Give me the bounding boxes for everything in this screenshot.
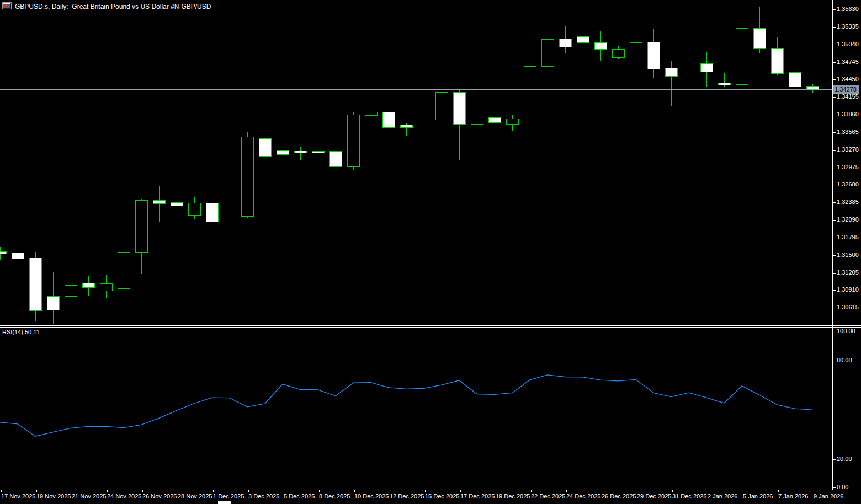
time-tick-label: 2 Jan 2026 [708, 493, 737, 500]
price-tick-label: 1.35040 [837, 41, 859, 47]
price-tick-label: 1.34450 [837, 76, 859, 82]
price-tick [832, 62, 836, 63]
price-tick-label: 1.32680 [837, 181, 859, 187]
candle-body-bear [453, 92, 465, 124]
price-tick [832, 27, 836, 28]
candle-body-bull [188, 203, 200, 215]
time-tick-label: 21 Nov 2025 [72, 493, 106, 500]
rsi-tick-label: 100.00 [837, 328, 855, 334]
price-tick [832, 9, 836, 10]
price-tick [832, 273, 836, 274]
price-tick [832, 255, 836, 256]
candle-body-bear [206, 203, 218, 222]
time-tick [390, 490, 390, 492]
time-tick-label: 29 Dec 2025 [637, 493, 671, 500]
price-tick [832, 132, 836, 133]
time-tick [531, 490, 532, 492]
time-tick [460, 490, 461, 492]
candle-body-bull [612, 49, 624, 57]
price-tick [832, 97, 836, 98]
price-axis-line [832, 0, 833, 490]
candle-body-bear [259, 138, 271, 156]
rsi-tick [832, 361, 836, 361]
time-tick [496, 490, 496, 492]
price-tick-label: 1.34155 [837, 93, 859, 100]
time-tick [178, 490, 178, 492]
price-tick-label: 1.30615 [837, 304, 859, 310]
time-tick [672, 490, 673, 492]
candle-body-bear [312, 151, 324, 153]
candle-body-bear [382, 112, 395, 127]
time-tick [107, 490, 108, 492]
candle-body-bear [400, 125, 412, 127]
time-tick-label: 7 Jan 2026 [778, 493, 808, 500]
candle-body-bull [471, 117, 483, 124]
time-tick [814, 490, 814, 492]
time-tick [248, 490, 249, 492]
price-tick [832, 308, 836, 308]
price-tick [832, 238, 836, 238]
candle-body-bear [559, 39, 571, 47]
candle-body-bull [100, 283, 112, 291]
candle-body-bear [153, 200, 165, 203]
candle-body-bear [171, 202, 183, 206]
time-tick-label: 10 Dec 2025 [354, 493, 389, 500]
price-tick-label: 1.34745 [837, 58, 859, 65]
price-tick [832, 168, 836, 168]
candle-body-bear [700, 63, 713, 72]
candlestick-chart[interactable] [0, 0, 832, 325]
candle-body-bull [736, 28, 748, 84]
candle-body-bear [0, 251, 6, 254]
time-tick [213, 490, 214, 492]
time-tick-label: 26 Nov 2025 [142, 493, 177, 500]
chart-title-bar: GBPUSD.s, Daily: Great Britain Pound vs … [0, 0, 861, 12]
scrollbar-thumb[interactable] [218, 501, 231, 504]
candle-body-bull [541, 39, 554, 66]
candle-body-bear [12, 253, 24, 259]
candle-body-bear [29, 258, 41, 310]
candle-body-bear [47, 296, 59, 310]
candle-body-bear [488, 117, 501, 122]
time-tick [319, 490, 320, 492]
candle-body-bull [683, 63, 695, 76]
price-tick-label: 1.32975 [837, 164, 859, 170]
candle-body-bear [294, 151, 306, 153]
price-tick [832, 79, 836, 80]
time-tick-label: 19 Nov 2025 [36, 493, 71, 500]
price-tick [832, 290, 836, 291]
price-tick-label: 1.35335 [837, 23, 859, 30]
time-axis-line [0, 490, 861, 490]
candle-body-bear [753, 28, 766, 48]
current-price-tag: 1.34278 [833, 85, 859, 94]
time-tick-label: 3 Dec 2025 [248, 493, 279, 500]
rsi-tick-label: 80.00 [837, 357, 852, 363]
chart-title: GBPUSD.s, Daily: Great Britain Pound vs … [15, 3, 211, 10]
candle-body-bear [789, 72, 801, 87]
time-tick [1, 490, 2, 492]
time-tick-label: 12 Dec 2025 [390, 493, 424, 500]
time-tick [566, 490, 567, 492]
price-tick [832, 202, 836, 203]
candle-body-bull [347, 115, 359, 166]
time-tick [284, 490, 284, 492]
time-tick-label: 9 Jan 2026 [814, 493, 843, 500]
time-tick-label: 22 Dec 2025 [531, 493, 565, 500]
time-tick-label: 1 Dec 2025 [213, 493, 244, 500]
rsi-chart[interactable] [0, 328, 832, 490]
rsi-tick-label: 20.00 [837, 455, 852, 462]
rsi-tick [832, 487, 836, 488]
candle-body-bull [506, 119, 518, 124]
price-tick-label: 1.32090 [837, 216, 859, 223]
chart-window-icon [2, 2, 12, 9]
price-tick [832, 115, 836, 115]
rsi-tick [832, 331, 836, 331]
panel-separator-inner[interactable] [0, 327, 861, 328]
panel-separator[interactable] [0, 325, 861, 326]
candle-body-bull [241, 137, 253, 216]
price-tick-label: 1.31205 [837, 269, 859, 276]
price-tick-label: 1.33565 [837, 128, 859, 135]
rsi-indicator-label: RSI(14) 50.11 [2, 329, 40, 335]
candle-body-bear [718, 83, 730, 85]
price-tick [832, 150, 836, 151]
candle-body-bull [135, 200, 147, 252]
